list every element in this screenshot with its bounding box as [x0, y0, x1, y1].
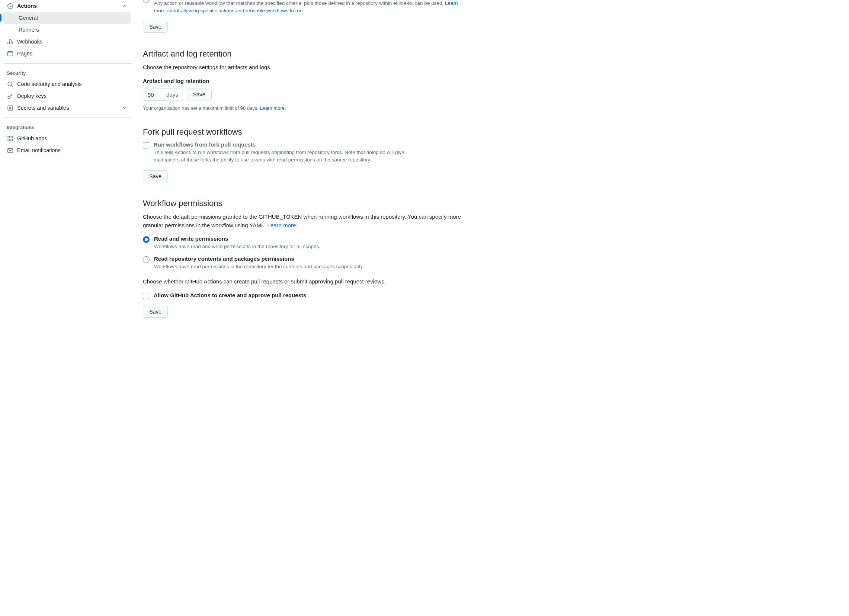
sidebar-label-pages: Pages	[17, 51, 32, 57]
chevron-up-icon	[122, 3, 127, 9]
save-button-actions-permissions[interactable]: Save	[143, 21, 168, 33]
radio-read-contents[interactable]	[143, 256, 150, 263]
workflow-pr-desc: Choose whether GitHub Actions can create…	[143, 277, 467, 286]
sidebar-label-github-apps: GitHub apps	[17, 135, 47, 141]
divider	[3, 63, 131, 64]
radio-read-write[interactable]	[143, 236, 150, 243]
checkbox-allow-create-pr[interactable]	[143, 293, 149, 299]
svg-rect-9	[11, 136, 13, 138]
apps-icon	[7, 135, 13, 142]
sidebar-item-actions[interactable]: Actions	[3, 0, 131, 12]
mail-icon	[7, 147, 13, 154]
checkbox-label-run-fork: Run workflows from fork pull requests	[153, 141, 414, 148]
checkbox-desc-run-fork: This tells Actions to run workflows from…	[153, 149, 414, 164]
svg-rect-4	[7, 51, 13, 56]
main-content: Allow ekline-io, and select non-ekline-i…	[134, 0, 476, 333]
option-title-read-write: Read and write permissions	[154, 235, 320, 242]
chevron-down-icon	[122, 105, 127, 110]
retention-days-input[interactable]	[148, 92, 162, 98]
sidebar-label-webhooks: Webhooks	[17, 39, 42, 45]
checkbox-label-allow-pr: Allow GitHub Actions to create and appro…	[153, 292, 306, 299]
save-button-retention[interactable]: Save	[187, 89, 212, 100]
section-title-retention: Artifact and log retention	[143, 49, 467, 59]
retention-unit: days	[166, 92, 178, 98]
key-asterisk-icon	[7, 104, 13, 111]
sidebar-label-code-security: Code security and analysis	[17, 81, 82, 87]
sidebar-label-actions: Actions	[17, 3, 37, 9]
svg-point-6	[8, 96, 10, 98]
browser-icon	[7, 50, 13, 57]
settings-sidebar: Actions General Runners Webhooks Pages S…	[0, 0, 134, 333]
option-desc-read-contents: Workflows have read permissions in the r…	[154, 263, 364, 271]
save-button-workflow[interactable]: Save	[143, 306, 168, 318]
svg-rect-11	[11, 139, 13, 141]
sidebar-label-deploy-keys: Deploy keys	[17, 93, 46, 99]
section-title-fork: Fork pull request workflows	[143, 127, 467, 137]
svg-point-3	[9, 39, 11, 41]
radio-allow-select-actions[interactable]	[143, 0, 150, 3]
svg-point-2	[11, 42, 13, 44]
retention-hint: Your organization has set a maximum limi…	[143, 105, 467, 111]
workflow-learn-more-link[interactable]: Learn more.	[268, 222, 298, 228]
sidebar-item-general[interactable]: General	[3, 12, 131, 24]
sidebar-item-runners[interactable]: Runners	[3, 24, 131, 36]
svg-point-5	[8, 82, 12, 86]
key-icon	[7, 92, 13, 99]
retention-learn-more-link[interactable]: Learn more.	[260, 105, 286, 111]
section-desc-retention: Choose the repository settings for artif…	[143, 63, 467, 72]
sidebar-item-github-apps[interactable]: GitHub apps	[3, 132, 131, 144]
section-desc-workflow: Choose the default permissions granted t…	[143, 213, 467, 229]
option-desc: Any action or reusable workflow that mat…	[154, 0, 444, 6]
svg-point-1	[7, 42, 9, 44]
play-icon	[7, 3, 13, 9]
svg-rect-8	[8, 136, 10, 138]
checkbox-run-fork-workflows[interactable]	[143, 142, 149, 149]
sidebar-item-webhooks[interactable]: Webhooks	[3, 36, 131, 48]
save-button-fork[interactable]: Save	[143, 170, 168, 182]
codescan-icon	[7, 81, 13, 88]
sidebar-item-code-security[interactable]: Code security and analysis	[3, 78, 131, 90]
option-desc-read-write: Workflows have read and write permission…	[154, 243, 320, 250]
retention-input-group: days	[143, 89, 183, 101]
sidebar-header-integrations: Integrations	[3, 122, 131, 132]
svg-rect-10	[8, 139, 10, 141]
divider	[3, 118, 131, 118]
sidebar-item-email-notifications[interactable]: Email notifications	[3, 144, 131, 156]
webhook-icon	[7, 38, 13, 45]
sidebar-header-security: Security	[3, 67, 131, 78]
sidebar-item-deploy-keys[interactable]: Deploy keys	[3, 90, 131, 102]
sidebar-item-pages[interactable]: Pages	[3, 48, 131, 60]
sidebar-item-secrets[interactable]: Secrets and variables	[3, 102, 131, 114]
option-title-read-contents: Read repository contents and packages pe…	[154, 256, 364, 262]
section-title-workflow: Workflow permissions	[143, 199, 467, 208]
sidebar-label-email-notifications: Email notifications	[17, 147, 61, 153]
retention-label: Artifact and log retention	[143, 78, 467, 84]
sidebar-label-secrets: Secrets and variables	[17, 105, 69, 111]
